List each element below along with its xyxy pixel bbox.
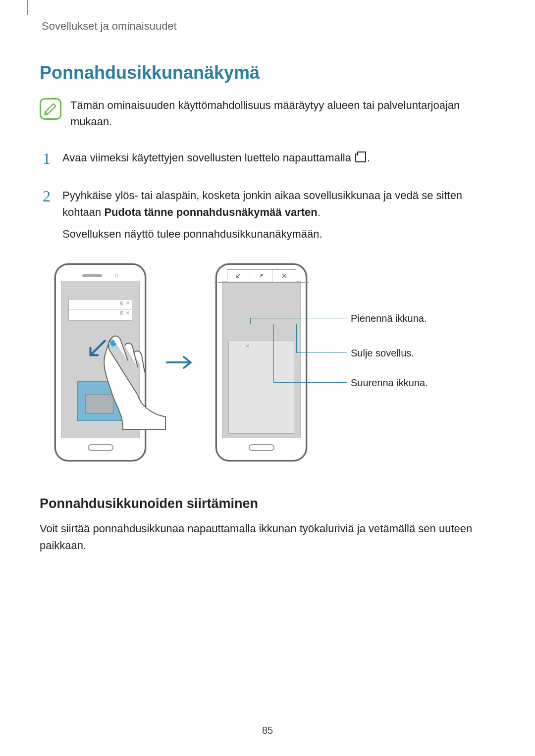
dragged-card [85,394,114,414]
popup-minimize-button [227,270,250,282]
section-heading: Ponnahdusikkunoiden siirtäminen [40,496,495,511]
phone-screen: ▫ ▫ ✕ [222,281,301,438]
popup-close-button [272,270,295,282]
callout-line [273,382,347,383]
handle-icon: ▫ [234,344,238,348]
recent-apps-icon [355,153,366,162]
popup-handle-icons: ▫ ▫ ✕ [234,344,250,348]
phone-screen: ⊞ ✕ ⊞ ✕ [61,281,140,438]
step-2-bold: Pudota tänne ponnahdusnäkymää varten [104,206,317,218]
section-body: Voit siirtää ponnahdusikkunaa napauttama… [40,520,495,554]
callout-maximize: Suurenna ikkuna. [351,377,428,389]
recent-card: ⊞ ✕ [68,309,132,321]
callout-line [250,318,251,324]
step-body: Avaa viimeksi käytettyjen sovellusten lu… [62,150,495,171]
page-content: Sovellukset ja ominaisuudet Ponnahdusikk… [0,0,535,554]
phone-illustration-popup: ▫ ▫ ✕ [215,263,307,461]
step-number: 1 [40,151,54,166]
arrow-right-icon [166,355,196,370]
page-number: 85 [0,725,535,736]
handle-close-icon: ✕ [246,344,250,348]
callout-group: Pienennä ikkuna. Sulje sovellus. Suurenn… [327,263,495,461]
camera-icon [115,274,118,277]
callout-line [296,324,297,353]
drag-arrow-icon [83,337,109,362]
phone-top [61,270,140,281]
callout-line [250,318,347,318]
note-block: Tämän ominaisuuden käyttömahdollisuus mä… [40,97,495,130]
step-number: 2 [40,188,54,204]
touch-point-icon [109,339,118,348]
step-2-line2: Sovelluksen näyttö tulee ponnahdusikkuna… [62,226,495,243]
home-button-icon [88,444,113,451]
figure: ⊞ ✕ ⊞ ✕ [54,263,495,461]
step-2-end: . [318,206,321,218]
pencil-note-icon [40,98,61,120]
handle-icon: ▫ [240,344,244,348]
card-split-icon: ⊞ [120,311,124,315]
popup-maximize-button [250,270,272,282]
callout-line [296,353,347,353]
step-2: 2 Pyyhkäise ylös- tai alaspäin, kosketa … [40,187,495,248]
step-1-text-b: . [367,151,370,164]
popup-window: ▫ ▫ ✕ [228,341,294,434]
callout-close: Sulje sovellus. [351,348,414,359]
speaker-icon [82,274,102,277]
callout-line [273,324,274,382]
phone-illustration-drag: ⊞ ✕ ⊞ ✕ [54,263,146,461]
breadcrumb: Sovellukset ja ominaisuudet [42,20,495,33]
popup-toolbar [227,269,296,282]
step-1: 1 Avaa viimeksi käytettyjen sovellusten … [40,150,495,171]
card-close-icon: ✕ [126,311,130,315]
card-split-icon: ⊞ [120,301,124,305]
step-1-text-a: Avaa viimeksi käytettyjen sovellusten lu… [62,151,354,164]
note-text: Tämän ominaisuuden käyttömahdollisuus mä… [70,97,495,130]
step-body: Pyyhkäise ylös- tai alaspäin, kosketa jo… [62,187,495,248]
card-close-icon: ✕ [126,301,130,305]
page-title: Ponnahdusikkunanäkymä [40,62,495,83]
page-corner-mark [27,0,28,15]
phone-home [61,441,140,454]
callout-minimize: Pienennä ikkuna. [351,313,427,324]
phone-home [222,441,301,454]
home-button-icon [249,444,274,451]
